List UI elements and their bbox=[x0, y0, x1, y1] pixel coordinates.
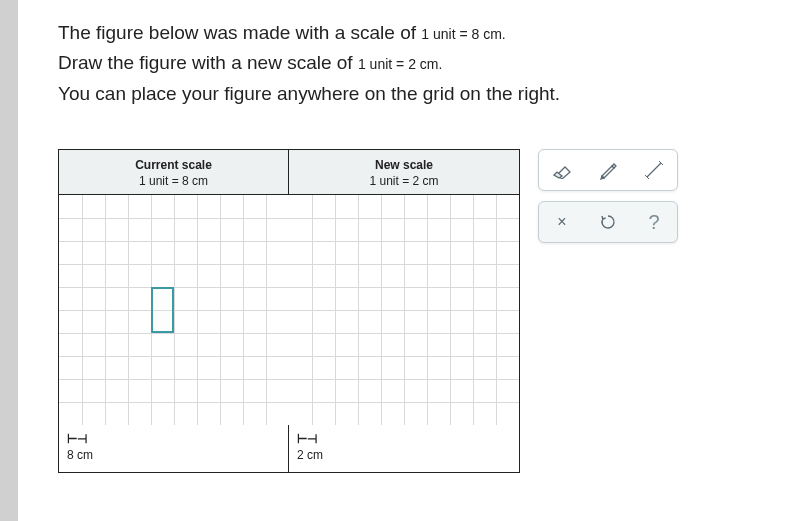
current-grid-panel: ⊢⊣ 8 cm bbox=[59, 195, 289, 472]
grids-body: ⊢⊣ 8 cm ⊢⊣ 2 cm bbox=[59, 195, 519, 472]
grid-lines bbox=[59, 195, 289, 425]
new-scale-title: New scale bbox=[293, 158, 515, 172]
current-footer-value: 8 cm bbox=[67, 448, 93, 462]
new-scale-header: New scale 1 unit = 2 cm bbox=[289, 150, 519, 194]
grids-header: Current scale 1 unit = 8 cm New scale 1 … bbox=[59, 150, 519, 195]
help-icon: ? bbox=[648, 211, 659, 234]
tools-column: × ? bbox=[538, 149, 678, 243]
current-scale-unit: 1 unit = 8 cm bbox=[63, 174, 284, 188]
instruction-line-3: You can place your figure anywhere on th… bbox=[58, 79, 760, 109]
drawing-tools-panel bbox=[538, 149, 678, 191]
instr-unit: 1 unit bbox=[358, 56, 396, 72]
new-grid-panel: ⊢⊣ 2 cm bbox=[289, 195, 519, 472]
current-scale-title: Current scale bbox=[63, 158, 284, 172]
new-scale-unit: 1 unit = 2 cm bbox=[293, 174, 515, 188]
page-margin-bar bbox=[0, 0, 18, 521]
pencil-tool[interactable] bbox=[590, 152, 626, 188]
unit-marker-icon: ⊢⊣ bbox=[297, 432, 511, 446]
unit-marker-icon: ⊢⊣ bbox=[67, 432, 280, 446]
instruction-line-2: Draw the figure with a new scale of 1 un… bbox=[58, 48, 760, 78]
line-tool[interactable] bbox=[636, 152, 672, 188]
instructions: The figure below was made with a scale o… bbox=[58, 18, 760, 109]
instr-text: The figure below was made with a scale o… bbox=[58, 22, 421, 43]
eraser-icon bbox=[551, 161, 573, 179]
line-icon bbox=[643, 159, 665, 181]
eraser-tool[interactable] bbox=[544, 152, 580, 188]
current-grid-surface bbox=[59, 195, 289, 425]
instr-unit: 1 unit bbox=[421, 26, 459, 42]
grids-container: Current scale 1 unit = 8 cm New scale 1 … bbox=[58, 149, 520, 473]
help-button[interactable]: ? bbox=[636, 204, 672, 240]
close-button[interactable]: × bbox=[544, 204, 580, 240]
new-grid-footer: ⊢⊣ 2 cm bbox=[289, 425, 519, 472]
main-content: The figure below was made with a scale o… bbox=[18, 0, 800, 521]
instr-val: = 8 cm. bbox=[459, 26, 505, 42]
reset-button[interactable] bbox=[590, 204, 626, 240]
action-tools-panel: × ? bbox=[538, 201, 678, 243]
new-footer-value: 2 cm bbox=[297, 448, 323, 462]
current-scale-header: Current scale 1 unit = 8 cm bbox=[59, 150, 289, 194]
grid-lines bbox=[289, 195, 519, 425]
close-icon: × bbox=[557, 213, 566, 231]
reset-icon bbox=[599, 213, 617, 231]
instr-text: Draw the figure with a new scale of bbox=[58, 52, 358, 73]
new-grid-surface[interactable] bbox=[289, 195, 519, 425]
work-area: Current scale 1 unit = 8 cm New scale 1 … bbox=[58, 149, 760, 473]
svg-line-0 bbox=[647, 163, 661, 177]
pencil-icon bbox=[598, 160, 618, 180]
instr-val: = 2 cm. bbox=[396, 56, 442, 72]
figure-rectangle bbox=[151, 287, 174, 333]
current-grid-footer: ⊢⊣ 8 cm bbox=[59, 425, 288, 472]
instruction-line-1: The figure below was made with a scale o… bbox=[58, 18, 760, 48]
